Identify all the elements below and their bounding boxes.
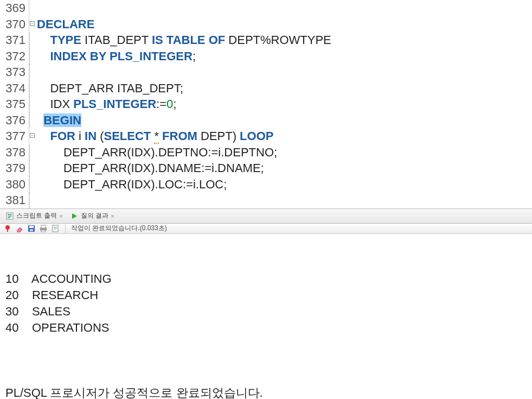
line-number: 369 <box>0 0 29 16</box>
svg-marker-4 <box>72 213 77 219</box>
code-content[interactable]: DEPT_ARR(IDX).LOC:=i.LOC; <box>36 176 227 193</box>
line-number: 375 <box>0 96 29 112</box>
eraser-icon[interactable] <box>15 224 24 233</box>
fold-gutter <box>29 112 36 129</box>
token: FROM <box>162 129 197 143</box>
output-row: 10 ACCOUNTING <box>5 271 527 287</box>
line-number: 372 <box>0 48 29 65</box>
fold-gutter <box>29 80 36 97</box>
code-content[interactable]: DECLARE <box>36 16 94 33</box>
code-content[interactable] <box>36 0 37 16</box>
code-line[interactable]: 378 DEPT_ARR(IDX).DEPTNO:=i.DEPTNO; <box>0 144 532 161</box>
code-content[interactable] <box>36 64 37 80</box>
code-content[interactable] <box>36 192 37 208</box>
fold-gutter[interactable]: − <box>29 16 36 33</box>
fold-gutter[interactable]: − <box>29 128 36 144</box>
token: DEPT_ARR ITAB_DEPT; <box>37 81 183 95</box>
code-content[interactable]: INDEX BY PLS_INTEGER; <box>36 48 196 65</box>
code-line[interactable]: 375 IDX PLS_INTEGER:=0; <box>0 96 532 112</box>
sql-file-icon[interactable] <box>51 224 60 233</box>
token: IDX <box>37 97 73 111</box>
fold-gutter <box>29 96 36 112</box>
code-line[interactable]: 372 INDEX BY PLS_INTEGER; <box>0 48 532 65</box>
token: 0 <box>166 97 173 111</box>
token: DECLARE <box>37 17 94 31</box>
svg-rect-15 <box>54 227 57 227</box>
svg-rect-2 <box>8 216 12 217</box>
svg-rect-9 <box>29 226 34 228</box>
output-panel-tabs: 스크립트 출력 × 질의 결과 × <box>0 208 532 224</box>
close-icon[interactable]: × <box>59 213 62 219</box>
script-output[interactable]: 10 ACCOUNTING20 RESEARCH30 SALES40 OPERA… <box>0 234 532 400</box>
token: IS TABLE OF <box>152 33 225 47</box>
code-line[interactable]: 370−DECLARE <box>0 16 532 33</box>
svg-rect-10 <box>30 229 33 231</box>
output-row: 40 OPERATIONS <box>5 320 527 336</box>
code-content[interactable]: IDX PLS_INTEGER:=0; <box>36 96 176 112</box>
code-content[interactable]: DEPT_ARR ITAB_DEPT; <box>36 80 183 97</box>
code-line[interactable]: 376 BEGIN <box>0 112 532 129</box>
tab-query-result[interactable]: 질의 결과 × <box>67 208 118 224</box>
svg-marker-7 <box>17 227 22 232</box>
svg-rect-16 <box>54 229 57 229</box>
code-content[interactable]: BEGIN <box>36 112 81 129</box>
token <box>37 129 50 143</box>
token <box>37 33 50 47</box>
script-output-icon <box>5 212 14 220</box>
svg-rect-1 <box>8 214 12 215</box>
disk-icon[interactable] <box>27 224 36 233</box>
line-number: 376 <box>0 112 29 129</box>
token: DEPT_ARR(IDX).DNAME:=i.DNAME; <box>37 161 264 175</box>
code-line[interactable]: 377− FOR i IN (SELECT * FROM DEPT) LOOP <box>0 128 532 144</box>
toolbar-status: 작업이 완료되었습니다.(0.033초) <box>71 224 167 233</box>
code-content[interactable]: DEPT_ARR(IDX).DEPTNO:=i.DEPTNO; <box>36 144 277 161</box>
token: * <box>154 129 159 144</box>
svg-point-5 <box>5 225 10 230</box>
code-content[interactable]: DEPT_ARR(IDX).DNAME:=i.DNAME; <box>36 160 264 176</box>
token <box>37 113 43 127</box>
line-number: 374 <box>0 80 29 97</box>
code-line[interactable]: 369 <box>0 0 532 16</box>
token: ; <box>193 49 196 63</box>
svg-rect-12 <box>41 225 46 228</box>
fold-minus-icon[interactable]: − <box>30 133 35 138</box>
code-content[interactable]: TYPE ITAB_DEPT IS TABLE OF DEPT%ROWTYPE <box>36 32 331 48</box>
code-editor[interactable]: 369370−DECLARE371 TYPE ITAB_DEPT IS TABL… <box>0 0 532 208</box>
tab-label: 질의 결과 <box>81 211 108 220</box>
svg-rect-3 <box>8 217 10 218</box>
code-line[interactable]: 381 <box>0 192 532 208</box>
code-content[interactable]: FOR i IN (SELECT * FROM DEPT) LOOP <box>36 128 273 144</box>
code-line[interactable]: 379 DEPT_ARR(IDX).DNAME:=i.DNAME; <box>0 160 532 176</box>
close-icon[interactable]: × <box>111 213 114 219</box>
line-number: 381 <box>0 192 29 208</box>
tab-label: 스크립트 출력 <box>16 211 57 220</box>
token: SELECT <box>104 129 151 143</box>
line-number: 377 <box>0 128 29 144</box>
fold-gutter <box>29 0 36 16</box>
token: INDEX BY PLS_INTEGER <box>50 49 192 63</box>
output-rows: 10 ACCOUNTING20 RESEARCH30 SALES40 OPERA… <box>5 271 527 336</box>
output-row: 20 RESEARCH <box>5 287 527 303</box>
tab-script-output[interactable]: 스크립트 출력 × <box>2 208 67 224</box>
token: LOOP <box>240 129 273 143</box>
toolbar-separator <box>65 224 66 233</box>
code-line[interactable]: 371 TYPE ITAB_DEPT IS TABLE OF DEPT%ROWT… <box>0 32 532 48</box>
code-line[interactable]: 374 DEPT_ARR ITAB_DEPT; <box>0 80 532 97</box>
token: DEPT%ROWTYPE <box>225 33 331 47</box>
fold-gutter <box>29 32 36 48</box>
printer-icon[interactable] <box>39 224 48 233</box>
token: DEPT_ARR(IDX).DEPTNO:=i.DEPTNO; <box>37 145 277 159</box>
svg-rect-13 <box>41 230 46 232</box>
line-number: 378 <box>0 144 29 161</box>
fold-minus-icon[interactable]: − <box>30 21 35 26</box>
code-line[interactable]: 380 DEPT_ARR(IDX).LOC:=i.LOC; <box>0 176 532 193</box>
token: IN <box>85 129 97 143</box>
completion-message: PL/SQL 프로시저가 성공적으로 완료되었습니다. <box>5 385 527 400</box>
pin-icon[interactable] <box>3 224 12 233</box>
token: DEPT) <box>197 129 240 143</box>
code-line[interactable]: 373 <box>0 64 532 80</box>
token: ; <box>173 97 176 111</box>
fold-gutter <box>29 160 36 176</box>
token: FOR <box>50 129 75 143</box>
token: ITAB_DEPT <box>81 33 152 47</box>
